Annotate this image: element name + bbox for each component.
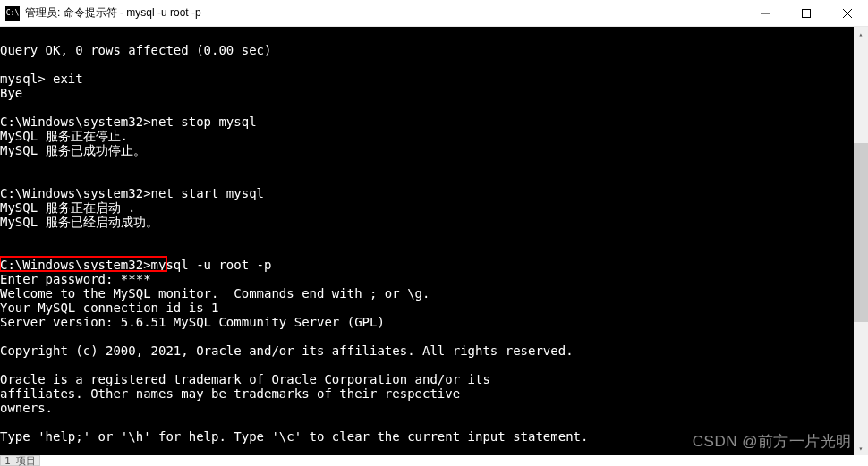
terminal-output[interactable]: Query OK, 0 rows affected (0.00 sec)mysq… [0, 27, 868, 455]
maximize-button[interactable] [786, 0, 827, 26]
terminal-line: MySQL 服务已经启动成功。 [0, 215, 868, 229]
scroll-up-arrow[interactable]: ▴ [854, 27, 868, 41]
terminal-line [0, 229, 868, 243]
terminal-line: C:\Windows\system32>mysql -u root -p [0, 258, 868, 272]
scroll-thumb[interactable] [854, 143, 868, 322]
vertical-scrollbar[interactable]: ▴ ▾ [854, 27, 868, 455]
terminal-line: Enter password: **** [0, 272, 868, 286]
terminal-line: C:\Windows\system32>net stop mysql [0, 114, 868, 129]
terminal-line [0, 415, 868, 429]
terminal-line [0, 329, 868, 343]
window-title: 管理员: 命令提示符 - mysql -u root -p [25, 5, 201, 21]
watermark: CSDN @前方一片光明 [693, 431, 852, 452]
terminal-line: owners. [0, 401, 868, 415]
terminal-line [0, 358, 868, 372]
taskbar-fragment: 1 项目 [0, 455, 40, 466]
terminal-line: Copyright (c) 2000, 2021, Oracle and/or … [0, 343, 868, 358]
terminal-line: MySQL 服务正在停止. [0, 129, 868, 143]
terminal-line: Welcome to the MySQL monitor. Commands e… [0, 286, 868, 301]
close-button[interactable] [827, 0, 868, 26]
minimize-button[interactable] [745, 0, 786, 26]
terminal-line: C:\Windows\system32>net start mysql [0, 186, 868, 200]
terminal-line [0, 172, 868, 186]
terminal-line [0, 243, 868, 258]
terminal-line: Bye [0, 86, 868, 100]
scroll-down-arrow[interactable]: ▾ [854, 441, 868, 455]
terminal-line: mysql> exit [0, 72, 868, 86]
svg-rect-1 [803, 9, 811, 17]
terminal-line: Oracle is a registered trademark of Orac… [0, 372, 868, 386]
terminal-line: MySQL 服务已成功停止。 [0, 143, 868, 157]
window-controls [745, 0, 868, 26]
terminal-line: MySQL 服务正在启动 . [0, 200, 868, 215]
terminal-line: Query OK, 0 rows affected (0.00 sec) [0, 43, 868, 57]
terminal-line: affiliates. Other names may be trademark… [0, 386, 868, 401]
terminal-line [0, 157, 868, 172]
terminal-line [0, 57, 868, 72]
title-bar: C:\ 管理员: 命令提示符 - mysql -u root -p [0, 0, 868, 27]
title-left: C:\ 管理员: 命令提示符 - mysql -u root -p [0, 5, 201, 21]
cmd-icon: C:\ [5, 6, 20, 21]
terminal-line: Your MySQL connection id is 1 [0, 301, 868, 315]
terminal-line [0, 100, 868, 114]
terminal-line: Server version: 5.6.51 MySQL Community S… [0, 315, 868, 329]
